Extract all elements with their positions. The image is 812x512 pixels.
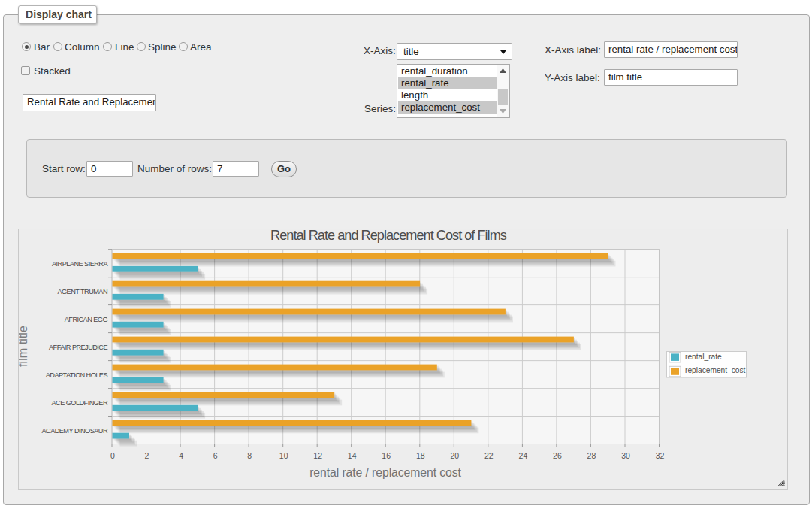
svg-text:6: 6 — [213, 451, 218, 460]
svg-text:16: 16 — [382, 451, 391, 460]
svg-text:24: 24 — [519, 451, 528, 460]
svg-text:14: 14 — [348, 451, 357, 460]
svg-text:rental_rate: rental_rate — [685, 353, 722, 361]
svg-text:26: 26 — [553, 451, 562, 460]
svg-text:AFFAIR PREJUDICE: AFFAIR PREJUDICE — [49, 344, 107, 351]
svg-text:film title: film title — [19, 326, 29, 367]
svg-text:ADAPTATION HOLES: ADAPTATION HOLES — [46, 371, 108, 379]
svg-text:32: 32 — [656, 451, 665, 460]
svg-text:AFRICAN EGG: AFRICAN EGG — [65, 316, 108, 323]
svg-text:12: 12 — [313, 451, 322, 460]
svg-text:AIRPLANE SIERRA: AIRPLANE SIERRA — [52, 260, 108, 268]
svg-text:0: 0 — [110, 451, 115, 460]
svg-text:replacement_cost: replacement_cost — [685, 366, 746, 374]
svg-text:20: 20 — [450, 451, 459, 460]
svg-text:22: 22 — [484, 451, 494, 460]
svg-text:rental rate / replacement cost: rental rate / replacement cost — [309, 466, 461, 479]
svg-text:30: 30 — [621, 451, 630, 460]
svg-text:2: 2 — [145, 451, 149, 460]
svg-text:8: 8 — [247, 451, 252, 460]
svg-text:18: 18 — [416, 451, 425, 460]
svg-text:ACADEMY DINOSAUR: ACADEMY DINOSAUR — [41, 427, 107, 435]
svg-text:10: 10 — [279, 451, 288, 460]
svg-text:AGENT TRUMAN: AGENT TRUMAN — [57, 288, 107, 295]
svg-text:28: 28 — [587, 451, 596, 460]
svg-text:ACE GOLDFINGER: ACE GOLDFINGER — [52, 399, 108, 407]
svg-text:Rental Rate and Replacement Co: Rental Rate and Replacement Cost of Film… — [270, 229, 507, 243]
svg-text:4: 4 — [179, 451, 183, 460]
